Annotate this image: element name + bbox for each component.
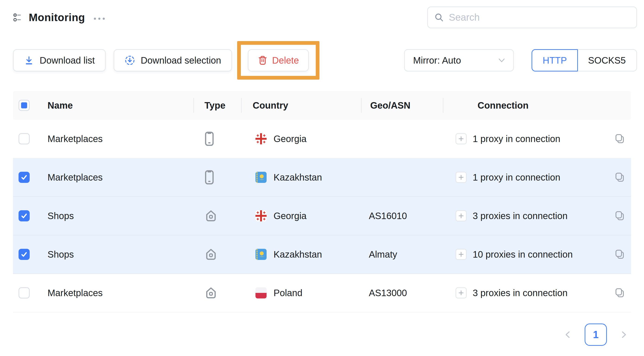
toolbar-right: Mirror: Auto HTTP SOCKS5 <box>404 49 637 72</box>
pagination: 1 <box>564 323 628 346</box>
column-header-geo-asn: Geo/ASN <box>361 91 443 120</box>
home-icon <box>205 287 217 298</box>
download-selection-label: Download selection <box>141 55 221 66</box>
copy-icon[interactable] <box>614 211 625 221</box>
row-geo-asn <box>361 120 443 158</box>
row-checkbox[interactable] <box>18 210 30 221</box>
row-checkbox[interactable] <box>18 172 30 183</box>
table-header: Name Type Country Geo/ASN Connection <box>13 91 631 120</box>
page-title: Monitoring <box>29 11 85 24</box>
toolbar: Download list Download selection Delete <box>13 41 637 80</box>
more-options-icon[interactable] <box>94 18 105 20</box>
delete-label: Delete <box>272 55 299 66</box>
check-icon <box>20 173 28 181</box>
plus-icon <box>458 251 464 257</box>
expand-plus-button[interactable] <box>456 287 467 298</box>
table-row[interactable]: Marketplaces Georgia 1 proxy in connecti… <box>13 120 631 158</box>
connection-label: 1 proxy in connection <box>473 172 560 183</box>
connection-label: 3 proxies in connection <box>473 211 568 221</box>
connection-label: 10 proxies in connection <box>473 249 572 260</box>
row-geo-asn: AS16010 <box>361 197 443 235</box>
expand-plus-button[interactable] <box>456 172 467 183</box>
row-name: Marketplaces <box>48 274 193 312</box>
title-group: Monitoring <box>13 11 105 24</box>
search-input[interactable] <box>449 12 630 23</box>
poland-flag-icon <box>256 287 266 298</box>
home-icon <box>205 210 217 221</box>
row-name: Shops <box>48 197 193 235</box>
protocol-segmented-control: HTTP SOCKS5 <box>532 49 637 72</box>
chevron-down-icon <box>498 58 505 63</box>
annotation-highlight-box: Delete <box>237 41 320 80</box>
column-header-connection: Connection <box>443 91 603 120</box>
plus-icon <box>458 213 464 219</box>
row-geo-asn <box>361 158 443 196</box>
copy-icon[interactable] <box>614 172 625 183</box>
table-row[interactable]: Shops Georgia AS16010 3 proxies in conne… <box>13 197 631 235</box>
column-header-country: Country <box>241 91 361 120</box>
copy-icon[interactable] <box>614 249 625 260</box>
country-label: Poland <box>274 288 302 298</box>
table-row[interactable]: Marketplaces Poland AS13000 3 proxies in… <box>13 274 631 312</box>
expand-plus-button[interactable] <box>456 133 467 144</box>
plus-icon <box>458 136 464 142</box>
check-icon <box>20 212 28 220</box>
search-icon <box>434 12 444 23</box>
search-box <box>427 7 637 28</box>
country-label: Kazakhstan <box>274 172 322 183</box>
row-checkbox[interactable] <box>18 249 30 260</box>
download-list-label: Download list <box>40 55 95 66</box>
tab-http[interactable]: HTTP <box>532 49 578 72</box>
country-label: Georgia <box>274 211 306 221</box>
georgia-flag-icon <box>256 210 266 221</box>
column-header-name: Name <box>48 91 193 120</box>
plus-icon <box>458 290 464 296</box>
row-geo-asn: AS13000 <box>361 274 443 312</box>
page-header: Monitoring <box>13 3 637 32</box>
download-icon <box>24 55 34 65</box>
table-row[interactable]: Marketplaces Kazakhstan 1 proxy in conne… <box>13 158 631 197</box>
mobile-icon <box>205 170 214 185</box>
select-all-checkbox[interactable] <box>18 100 30 111</box>
download-selection-icon <box>124 55 135 66</box>
row-checkbox[interactable] <box>18 287 30 298</box>
chevron-left-icon[interactable] <box>564 330 572 339</box>
row-name: Shops <box>48 235 193 273</box>
chevron-right-icon[interactable] <box>620 330 628 339</box>
delete-button[interactable]: Delete <box>248 49 309 72</box>
mirror-select-value: Mirror: Auto <box>413 55 461 66</box>
page-number-button[interactable]: 1 <box>585 323 607 346</box>
column-header-actions <box>603 91 631 120</box>
expand-plus-button[interactable] <box>456 210 467 221</box>
download-selection-button[interactable]: Download selection <box>114 49 232 72</box>
copy-icon[interactable] <box>614 288 625 298</box>
check-icon <box>20 250 28 258</box>
georgia-flag-icon <box>256 133 266 144</box>
row-name: Marketplaces <box>48 158 193 196</box>
download-list-button[interactable]: Download list <box>13 49 106 72</box>
country-label: Kazakhstan <box>274 249 322 260</box>
tab-socks5[interactable]: SOCKS5 <box>578 49 637 72</box>
proxy-table: Name Type Country Geo/ASN Connection Mar… <box>13 91 631 312</box>
mirror-select[interactable]: Mirror: Auto <box>404 49 514 72</box>
kazakhstan-flag-icon <box>256 249 266 260</box>
row-name: Marketplaces <box>48 120 193 158</box>
country-label: Georgia <box>274 134 306 144</box>
connection-label: 3 proxies in connection <box>473 288 568 298</box>
row-geo-asn: Almaty <box>361 235 443 273</box>
plus-icon <box>458 174 464 180</box>
expand-plus-button[interactable] <box>456 249 467 260</box>
home-icon <box>205 249 217 260</box>
trash-icon <box>258 55 268 65</box>
row-checkbox[interactable] <box>18 133 30 144</box>
table-row[interactable]: Shops Kazakhstan Almaty 10 proxies in co… <box>13 235 631 274</box>
column-header-type: Type <box>193 91 241 120</box>
monitoring-icon <box>13 12 24 23</box>
mobile-icon <box>205 132 214 146</box>
copy-icon[interactable] <box>614 133 625 144</box>
kazakhstan-flag-icon <box>256 172 266 183</box>
monitoring-page: Monitoring Download list Download sel <box>0 0 644 356</box>
connection-label: 1 proxy in connection <box>473 134 560 144</box>
